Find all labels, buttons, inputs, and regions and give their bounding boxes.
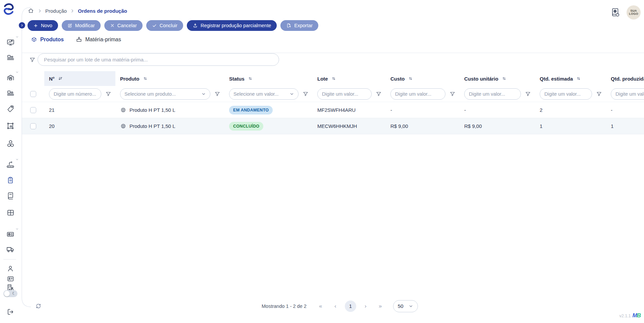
sidebar-item-products[interactable] bbox=[6, 139, 15, 148]
filter-funnel-icon[interactable] bbox=[596, 91, 602, 97]
status-badge: CONCLUÍDO bbox=[229, 122, 263, 131]
filter-funnel-icon[interactable] bbox=[303, 91, 309, 97]
tab-materia-primas[interactable]: Matéria-primas bbox=[76, 36, 121, 43]
export-file-icon bbox=[286, 23, 291, 28]
sidebar-item-billing[interactable]: $ bbox=[6, 230, 15, 239]
filter-funnel-icon[interactable] bbox=[214, 91, 220, 97]
frame-artboard-icon bbox=[6, 122, 14, 130]
sidebar-item-stock[interactable] bbox=[6, 88, 15, 98]
column-header-numero[interactable]: N° bbox=[44, 71, 115, 86]
table-row[interactable]: 20 Produto H PT 1,50 L CONCLUÍDO MECW6HH… bbox=[21, 118, 644, 134]
home-icon[interactable] bbox=[28, 7, 34, 14]
column-header-lote[interactable]: Lote bbox=[313, 71, 386, 86]
table-row[interactable]: 21 Produto H PT 1,50 L EM ANDAMENTO MF2S… bbox=[21, 102, 644, 118]
filter-qtd-estimada-input[interactable] bbox=[540, 88, 592, 100]
current-page-button[interactable]: 1 bbox=[345, 301, 356, 312]
table-filter-row: Selecione um produto... Selecione um val… bbox=[21, 86, 644, 102]
table-header-row: N° Produto Status Lote Custo Custo unitá… bbox=[21, 71, 644, 86]
sort-icon bbox=[576, 76, 581, 81]
sidebar-expand-button[interactable] bbox=[19, 22, 25, 29]
filter-qtd-produzida-input[interactable] bbox=[611, 88, 644, 100]
tab-produtos[interactable]: Produtos bbox=[31, 36, 64, 43]
view-tabs: Produtos Matéria-primas bbox=[31, 36, 121, 43]
column-header-custo[interactable]: Custo bbox=[386, 71, 460, 86]
toggle-knob bbox=[4, 291, 10, 296]
filter-status-select[interactable]: Selecione um valor... bbox=[229, 88, 299, 100]
sort-icon bbox=[408, 76, 413, 81]
view-product-icon[interactable] bbox=[120, 123, 126, 129]
chevron-down-icon bbox=[289, 92, 294, 96]
sort-desc-icon bbox=[58, 76, 63, 81]
view-product-icon[interactable] bbox=[120, 107, 126, 113]
search-input[interactable] bbox=[38, 53, 279, 66]
column-header-produto[interactable]: Produto bbox=[115, 71, 224, 86]
select-all-checkbox[interactable] bbox=[30, 91, 36, 97]
sidebar: $ ☾ bbox=[0, 0, 21, 323]
shelf-boxes-icon bbox=[6, 89, 15, 97]
search-filter-funnel-icon[interactable] bbox=[29, 57, 36, 63]
sort-icon bbox=[143, 76, 148, 81]
filter-custo-input[interactable] bbox=[390, 88, 445, 100]
export-button[interactable]: Exportar bbox=[280, 20, 318, 31]
sidebar-item-logout[interactable] bbox=[6, 307, 15, 317]
sidebar-item-catalog[interactable] bbox=[6, 191, 15, 200]
logout-icon bbox=[6, 308, 14, 316]
refresh-icon[interactable] bbox=[35, 303, 42, 310]
sidebar-item-tables[interactable] bbox=[6, 208, 15, 217]
filter-custo-unitario-input[interactable] bbox=[464, 88, 521, 100]
row-checkbox[interactable] bbox=[30, 107, 36, 113]
filter-produto-select[interactable]: Selecione um produto... bbox=[120, 88, 210, 100]
sidebar-item-inventory[interactable] bbox=[6, 53, 15, 62]
sidebar-item-profile[interactable] bbox=[6, 264, 15, 273]
svg-text:?: ? bbox=[617, 13, 618, 16]
breadcrumb-current-page: Ordens de produção bbox=[78, 8, 127, 14]
cancel-button[interactable]: Cancelar bbox=[104, 20, 143, 31]
column-header-qtd-estimada[interactable]: Qtd. estimada bbox=[535, 71, 606, 86]
column-header-status[interactable]: Status bbox=[224, 71, 313, 86]
chevron-down-icon bbox=[15, 71, 19, 74]
filter-funnel-icon[interactable] bbox=[376, 91, 382, 97]
complete-button[interactable]: Concluir bbox=[146, 20, 183, 31]
first-page-button[interactable]: « bbox=[316, 303, 325, 310]
cell-custo: R$ 9,00 bbox=[386, 123, 460, 129]
chevron-right-icon bbox=[20, 24, 23, 27]
chevron-down-icon bbox=[15, 35, 19, 39]
breadcrumb-section[interactable]: Produção bbox=[45, 8, 67, 14]
page-size-select[interactable]: 50 bbox=[393, 300, 418, 312]
filter-funnel-icon[interactable] bbox=[525, 91, 531, 97]
row-checkbox[interactable] bbox=[30, 123, 36, 129]
plus-icon bbox=[33, 23, 38, 28]
column-header-custo-unitario[interactable]: Custo unitário bbox=[460, 71, 535, 86]
edit-icon bbox=[67, 23, 72, 28]
chevron-down-icon bbox=[15, 158, 19, 161]
sidebar-item-logistics[interactable] bbox=[6, 244, 15, 254]
previous-page-button[interactable]: ‹ bbox=[331, 303, 340, 310]
cell-numero: 21 bbox=[44, 107, 115, 113]
filter-lote-input[interactable] bbox=[317, 88, 372, 100]
sidebar-item-tags[interactable] bbox=[6, 104, 15, 113]
cell-produto: Produto H PT 1,50 L bbox=[129, 123, 175, 129]
column-header-qtd-produzida[interactable]: Qtd. produzida bbox=[606, 71, 644, 86]
sidebar-item-production[interactable] bbox=[6, 160, 15, 170]
last-page-button[interactable]: » bbox=[376, 303, 385, 310]
sidebar-item-canvas[interactable] bbox=[6, 121, 15, 131]
production-orders-table: N° Produto Status Lote Custo Custo unitá… bbox=[21, 71, 644, 134]
help-docs-icon[interactable]: ? bbox=[610, 7, 621, 17]
sidebar-item-dashboard[interactable] bbox=[6, 38, 15, 47]
cell-qtd-estimada: 1 bbox=[535, 123, 606, 129]
sidebar-item-warehouse[interactable] bbox=[6, 73, 15, 82]
filter-numero-input[interactable] bbox=[49, 88, 101, 100]
company-logo-placeholder: SUA LOGO bbox=[627, 5, 641, 19]
dark-mode-toggle[interactable]: ☾ bbox=[3, 290, 17, 297]
sidebar-item-production-orders[interactable] bbox=[6, 176, 15, 185]
cell-custo: - bbox=[386, 107, 460, 113]
filter-funnel-icon[interactable] bbox=[449, 91, 455, 97]
sidebar-item-contacts[interactable] bbox=[6, 274, 15, 283]
register-partial-production-button[interactable]: Registrar produção parcialmente bbox=[187, 20, 277, 31]
modify-button[interactable]: Modificar bbox=[62, 20, 101, 31]
shelf-boxes-icon bbox=[6, 53, 15, 62]
filter-funnel-icon[interactable] bbox=[105, 91, 111, 97]
next-page-button[interactable]: › bbox=[361, 303, 370, 310]
cell-produto: Produto H PT 1,50 L bbox=[129, 107, 175, 113]
new-button[interactable]: Novo bbox=[28, 20, 58, 31]
